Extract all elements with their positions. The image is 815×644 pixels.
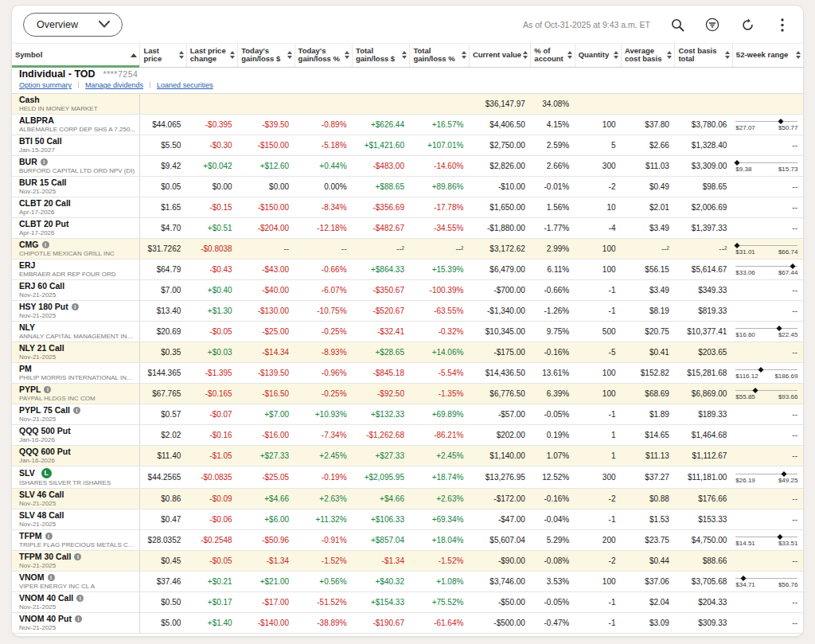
column-header-label: Total gain/loss % bbox=[413, 47, 459, 63]
cell-quantity: -1 bbox=[575, 404, 621, 425]
symbol-link[interactable]: ERJ 60 Call bbox=[19, 282, 64, 291]
column-header-todays-gain-loss-dollar[interactable]: Today's gain/loss $ bbox=[238, 44, 294, 68]
cell-average-cost-basis: $56.15 bbox=[622, 260, 675, 280]
column-header-symbol[interactable]: Symbol bbox=[12, 44, 140, 68]
column-header-percent-of-account[interactable]: % of account bbox=[531, 44, 575, 68]
column-header-total-gain-loss-dollar[interactable]: Total gain/loss $ bbox=[353, 44, 410, 68]
positions-table: SymbolLast priceLast price changeToday's… bbox=[12, 44, 803, 634]
symbol-link[interactable]: BUR bbox=[19, 158, 37, 166]
range-low-label: $116.12 bbox=[735, 373, 758, 380]
link-manage-dividends[interactable]: Manage dividends bbox=[85, 81, 143, 89]
symbol-link[interactable]: VNOM bbox=[19, 573, 45, 582]
symbol-link[interactable]: QQQ 500 Put bbox=[19, 427, 71, 435]
account-number: ****7254 bbox=[103, 69, 138, 79]
cell-current-value: -$700.00 bbox=[469, 280, 530, 301]
column-header-total-gain-loss-percent[interactable]: Total gain/loss % bbox=[410, 44, 469, 68]
cell-total-gain-loss-dollar: +$27.33 bbox=[353, 446, 410, 466]
symbol-link[interactable]: BTI 50 Call bbox=[19, 137, 62, 146]
cell-total-gain-loss-dollar: -$1,262.68 bbox=[353, 425, 410, 446]
lending-badge-icon[interactable]: L bbox=[41, 468, 52, 478]
symbol-link[interactable]: VNOM 40 Put bbox=[19, 615, 72, 623]
cell-cost-basis-total: $3,780.06 bbox=[675, 115, 732, 135]
cell-total-gain-loss-percent: -14.60% bbox=[410, 156, 469, 177]
position-row-albpra: ALBPRAALBEMARLE CORP DEP SHS A 7.250...$… bbox=[12, 115, 803, 135]
cell-todays-gain-loss-dollar: -- bbox=[238, 239, 294, 260]
cell-symbol: SLV 46 CallNov-21-2025 bbox=[12, 489, 140, 509]
symbol-link[interactable]: SLV 46 Call bbox=[19, 490, 64, 499]
cell-todays-gain-loss-percent: -0.19% bbox=[294, 466, 352, 489]
symbol-description: TRIPLE FLAG PRECIOUS METALS CO... bbox=[19, 541, 136, 548]
cell-average-cost-basis: $3.49 bbox=[622, 218, 675, 239]
symbol-link[interactable]: NLY bbox=[19, 323, 35, 332]
info-icon[interactable]: i bbox=[44, 386, 51, 393]
symbol-link[interactable]: NLY 21 Call bbox=[19, 344, 64, 353]
symbol-link[interactable]: ERJ bbox=[19, 261, 35, 270]
refresh-icon[interactable] bbox=[739, 17, 755, 33]
cell-total-gain-loss-dollar: -$845.18 bbox=[353, 363, 410, 384]
symbol-link[interactable]: PYPL bbox=[19, 385, 41, 394]
cell-cost-basis-total: $11,181.00 bbox=[675, 466, 732, 489]
symbol-link[interactable]: QQQ 600 Put bbox=[19, 447, 71, 456]
cell-todays-gain-loss-percent: +2.63% bbox=[294, 489, 352, 509]
range-high-label: $67.44 bbox=[778, 269, 797, 276]
column-header-todays-gain-loss-percent[interactable]: Today's gain/loss % bbox=[294, 44, 352, 68]
symbol-link[interactable]: CLBT 20 Put bbox=[19, 220, 68, 228]
view-selector-label: Overview bbox=[37, 19, 78, 30]
cell-percent-of-account: -0.47% bbox=[531, 613, 575, 634]
cell-last-price: $7.00 bbox=[140, 280, 186, 301]
cell-last-price: $144.365 bbox=[140, 363, 186, 384]
symbol-link[interactable]: Cash bbox=[19, 96, 40, 104]
cell-52-week-range: -- bbox=[732, 446, 803, 466]
column-header-last-price-change[interactable]: Last price change bbox=[186, 44, 237, 68]
filter-icon[interactable] bbox=[704, 17, 720, 33]
position-row-cash: CashHELD IN MONEY MARKET$36,147.9734.08% bbox=[12, 94, 803, 115]
link-option-summary[interactable]: Option summary bbox=[19, 81, 72, 89]
column-header-cost-basis-total[interactable]: Cost basis total bbox=[675, 44, 732, 68]
sort-toggle-icon bbox=[287, 51, 292, 59]
symbol-link[interactable]: SLV bbox=[19, 469, 35, 478]
column-header-last-price[interactable]: Last price bbox=[140, 44, 186, 68]
symbol-link[interactable]: TFPM bbox=[19, 532, 42, 541]
cell-last-price: $0.35 bbox=[140, 342, 186, 363]
info-icon[interactable]: i bbox=[72, 303, 79, 310]
info-icon[interactable]: i bbox=[76, 595, 84, 602]
cell-cost-basis-total: $6,869.00 bbox=[675, 384, 732, 404]
overflow-menu-icon[interactable] bbox=[774, 17, 790, 33]
cell-average-cost-basis: $152.82 bbox=[622, 363, 675, 384]
info-icon[interactable]: i bbox=[45, 533, 53, 540]
cell-todays-gain-loss-dollar: -$43.00 bbox=[238, 260, 294, 280]
symbol-link[interactable]: SLV 48 Call bbox=[19, 511, 64, 520]
column-header-average-cost-basis[interactable]: Average cost basis bbox=[622, 44, 675, 68]
cell-total-gain-loss-percent: +1.08% bbox=[410, 572, 469, 592]
info-icon[interactable]: i bbox=[74, 553, 81, 560]
symbol-link[interactable]: CLBT 20 Call bbox=[19, 199, 71, 208]
cell-last-price bbox=[140, 94, 186, 115]
column-header-current-value[interactable]: Current value bbox=[469, 44, 530, 68]
cell-cost-basis-total: $1,397.33 bbox=[675, 218, 732, 239]
position-row-bur-15-call: BUR 15 CallNov-21-2025$0.05$0.00$0.000.0… bbox=[12, 177, 803, 197]
symbol-link[interactable]: TFPM 30 Call bbox=[19, 552, 71, 561]
view-selector-dropdown[interactable]: Overview bbox=[23, 13, 123, 37]
cell-todays-gain-loss-percent: -7.34% bbox=[294, 425, 352, 446]
info-icon[interactable]: i bbox=[48, 574, 55, 581]
cell-total-gain-loss-percent: +2.45% bbox=[410, 446, 469, 466]
info-icon[interactable]: i bbox=[75, 615, 82, 623]
symbol-link[interactable]: ALBPRA bbox=[19, 116, 54, 125]
link-loaned-securities[interactable]: Loaned securities bbox=[157, 81, 213, 89]
symbol-link[interactable]: PYPL 75 Call bbox=[19, 406, 70, 415]
cell-last-price: $5.00 bbox=[140, 613, 186, 634]
symbol-link[interactable]: CMG bbox=[19, 240, 39, 249]
column-header-quantity[interactable]: Quantity bbox=[575, 44, 621, 68]
cell-last-price: $44.2565 bbox=[140, 466, 186, 489]
symbol-link[interactable]: HSY 180 Put bbox=[19, 302, 68, 311]
search-icon[interactable] bbox=[669, 17, 685, 33]
symbol-link[interactable]: VNOM 40 Call bbox=[19, 594, 73, 603]
info-icon[interactable]: i bbox=[42, 241, 49, 248]
symbol-link[interactable]: PM bbox=[19, 365, 32, 373]
info-icon[interactable]: i bbox=[73, 407, 80, 414]
info-icon[interactable]: i bbox=[41, 158, 48, 166]
column-header-52-week-range[interactable]: 52-week range bbox=[732, 44, 803, 68]
symbol-description: CHIPOTLE MEXICAN GRILL INC bbox=[19, 250, 136, 257]
cell-percent-of-account: -0.04% bbox=[531, 509, 575, 530]
symbol-link[interactable]: BUR 15 Call bbox=[19, 178, 67, 187]
